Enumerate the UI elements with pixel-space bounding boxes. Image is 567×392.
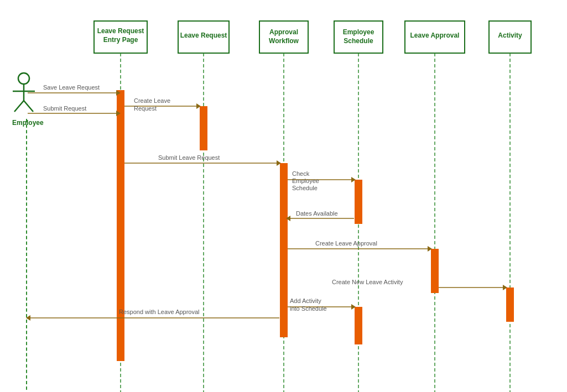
svg-text:Add Activity: Add Activity [290,297,321,304]
svg-rect-32 [355,307,362,344]
svg-rect-30 [431,249,439,293]
svg-text:Save Leave Request: Save Leave Request [43,84,100,91]
svg-text:Create Leave Approval: Create Leave Approval [315,240,377,247]
svg-line-4 [24,101,33,112]
svg-text:Entry Page: Entry Page [103,36,138,44]
svg-text:Schedule: Schedule [292,185,318,191]
svg-text:Leave Request: Leave Request [180,32,227,39]
svg-line-3 [14,101,24,112]
diagram: Employee Leave Request Entry Page Leave … [0,0,567,392]
actor-label: Employee [12,119,44,127]
svg-text:Workflow: Workflow [269,37,299,45]
svg-text:Submit  Leave Request: Submit Leave Request [158,154,220,161]
svg-text:Check: Check [292,170,310,177]
svg-text:Create New Leave Activity: Create New Leave Activity [332,279,403,285]
svg-text:Schedule: Schedule [344,37,373,45]
svg-text:Dates Available: Dates Available [296,210,338,217]
svg-marker-65 [26,315,30,321]
svg-text:Employee: Employee [292,177,319,184]
svg-rect-31 [506,288,514,322]
svg-text:Activity: Activity [498,32,522,39]
svg-text:Request: Request [134,105,157,112]
svg-text:Employee: Employee [343,28,374,36]
svg-rect-29 [355,180,362,224]
svg-rect-27 [200,106,207,150]
actor-figure [10,72,38,118]
svg-text:Approval: Approval [269,28,298,36]
svg-rect-28 [280,163,288,337]
svg-point-0 [18,73,29,84]
svg-text:Leave Approval: Leave Approval [410,32,460,39]
svg-text:into Schedule: into Schedule [290,305,327,312]
svg-text:Submit  Request: Submit Request [43,105,86,112]
svg-text:Create Leave: Create Leave [134,97,170,104]
svg-text:Leave Request: Leave Request [97,27,144,35]
svg-rect-26 [117,90,124,361]
svg-text:Respond with Leave Approval: Respond with Leave Approval [119,309,200,315]
